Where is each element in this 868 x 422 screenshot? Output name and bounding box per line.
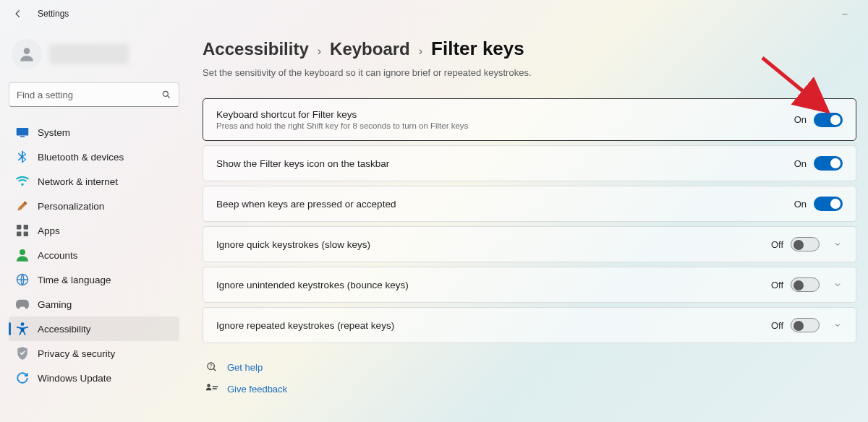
- page-subtitle: Set the sensitivity of the keyboard so i…: [203, 67, 856, 78]
- chevron-down-icon[interactable]: [833, 320, 843, 330]
- gaming-icon: [16, 298, 29, 311]
- sidebar-item-label: Gaming: [38, 299, 72, 310]
- setting-title: Ignore unintended keystrokes (bounce key…: [216, 280, 771, 290]
- toggle-state-label: Off: [771, 280, 783, 290]
- toggle-switch[interactable]: [791, 277, 820, 292]
- sidebar-item-label: Apps: [38, 225, 60, 236]
- setting-title: Beep when keys are pressed or accepted: [216, 199, 794, 210]
- sidebar-item-personalization[interactable]: Personalization: [9, 194, 179, 218]
- sidebar-item-accounts[interactable]: Accounts: [9, 243, 179, 267]
- sidebar-item-label: Accessibility: [38, 324, 91, 335]
- chevron-right-icon: ›: [419, 45, 422, 58]
- search-icon: [161, 90, 171, 100]
- svg-rect-3: [20, 136, 25, 137]
- breadcrumb-seg-1[interactable]: Keyboard: [330, 39, 410, 59]
- give-feedback-link[interactable]: Give feedback: [205, 378, 856, 400]
- apps-icon: [16, 224, 29, 237]
- setting-title: Keyboard shortcut for Filter keys: [216, 109, 794, 120]
- accounts-icon: [16, 249, 29, 262]
- toggle-state-label: On: [794, 158, 807, 169]
- svg-rect-6: [17, 232, 21, 236]
- sidebar-item-network[interactable]: Network & internet: [9, 169, 179, 194]
- setting-taskbar-icon[interactable]: Show the Filter keys icon on the taskbar…: [203, 145, 856, 181]
- breadcrumb-seg-0[interactable]: Accessibility: [203, 39, 309, 59]
- back-button[interactable]: [10, 6, 26, 22]
- setting-title: Show the Filter keys icon on the taskbar: [216, 158, 794, 169]
- sidebar-item-label: Accounts: [38, 250, 78, 261]
- breadcrumb-seg-2: Filter keys: [431, 38, 524, 60]
- setting-repeat-keys[interactable]: Ignore repeated keystrokes (repeat keys)…: [203, 307, 856, 343]
- sidebar-item-time-language[interactable]: Time & language: [9, 267, 179, 292]
- wifi-icon: [16, 175, 29, 188]
- svg-point-13: [207, 384, 210, 387]
- profile-name-blurred: [49, 44, 129, 64]
- svg-text:?: ?: [210, 363, 213, 369]
- toggle-state-label: On: [794, 199, 807, 210]
- minimize-button[interactable]: ─: [832, 10, 858, 18]
- setting-title: Ignore quick keystrokes (slow keys): [216, 239, 771, 250]
- toggle-switch[interactable]: [814, 113, 843, 127]
- toggle-switch[interactable]: [791, 318, 820, 332]
- related-links: ? Get help Give feedback: [203, 356, 856, 400]
- search-box[interactable]: [9, 82, 179, 107]
- toggle-switch[interactable]: [814, 197, 843, 211]
- accessibility-icon: [16, 322, 29, 335]
- setting-keyboard-shortcut[interactable]: Keyboard shortcut for Filter keys Press …: [203, 98, 856, 141]
- sidebar-item-label: Personalization: [38, 201, 104, 212]
- svg-rect-4: [17, 225, 21, 229]
- sidebar: System Bluetooth & devices Network & int…: [0, 27, 188, 407]
- setting-beep[interactable]: Beep when keys are pressed or accepted O…: [203, 186, 856, 222]
- sidebar-item-system[interactable]: System: [9, 120, 179, 145]
- setting-slow-keys[interactable]: Ignore quick keystrokes (slow keys) Off: [203, 226, 856, 262]
- profile-block[interactable]: [6, 33, 182, 82]
- sidebar-item-privacy[interactable]: Privacy & security: [9, 341, 179, 366]
- sidebar-item-gaming[interactable]: Gaming: [9, 292, 179, 316]
- update-icon: [16, 371, 29, 384]
- svg-rect-2: [17, 128, 29, 136]
- svg-point-0: [24, 48, 30, 54]
- chevron-down-icon[interactable]: [833, 280, 843, 290]
- sidebar-item-update[interactable]: Windows Update: [9, 366, 179, 390]
- setting-sub: Press and hold the right Shift key for 8…: [216, 121, 794, 130]
- time-language-icon: [16, 273, 29, 286]
- svg-point-1: [163, 91, 168, 96]
- sidebar-item-label: System: [38, 127, 70, 138]
- window-buttons: ─: [832, 10, 858, 18]
- help-icon: ?: [205, 361, 218, 374]
- sidebar-item-bluetooth[interactable]: Bluetooth & devices: [9, 145, 179, 169]
- nav-list: System Bluetooth & devices Network & int…: [6, 120, 182, 390]
- personalization-icon: [16, 199, 29, 212]
- setting-title: Ignore repeated keystrokes (repeat keys): [216, 320, 771, 331]
- setting-bounce-keys[interactable]: Ignore unintended keystrokes (bounce key…: [203, 267, 856, 303]
- svg-rect-7: [24, 232, 28, 236]
- sidebar-item-label: Time & language: [38, 275, 111, 285]
- search-input[interactable]: [17, 90, 161, 100]
- chevron-down-icon[interactable]: [833, 239, 843, 249]
- app-title: Settings: [38, 9, 69, 19]
- toggle-switch[interactable]: [791, 237, 820, 251]
- svg-point-8: [20, 249, 25, 255]
- get-help-link[interactable]: ? Get help: [205, 356, 856, 378]
- toggle-switch[interactable]: [814, 156, 843, 171]
- chevron-right-icon: ›: [318, 45, 321, 58]
- sidebar-item-label: Bluetooth & devices: [38, 152, 124, 163]
- svg-point-10: [21, 322, 25, 326]
- sidebar-item-accessibility[interactable]: Accessibility: [9, 316, 179, 341]
- breadcrumb: Accessibility › Keyboard › Filter keys: [203, 38, 856, 60]
- sidebar-item-label: Windows Update: [38, 373, 111, 384]
- toggle-state-label: On: [794, 114, 807, 125]
- sidebar-item-label: Privacy & security: [38, 348, 115, 359]
- toggle-state-label: Off: [771, 320, 783, 331]
- svg-rect-5: [24, 225, 28, 229]
- privacy-icon: [16, 347, 29, 360]
- sidebar-item-label: Network & internet: [38, 176, 118, 187]
- content-area: Accessibility › Keyboard › Filter keys S…: [188, 27, 868, 407]
- toggle-state-label: Off: [771, 239, 783, 250]
- system-icon: [16, 126, 29, 139]
- bluetooth-icon: [16, 150, 29, 163]
- avatar: [12, 39, 42, 69]
- feedback-icon: [205, 382, 218, 395]
- titlebar: Settings ─: [0, 0, 868, 27]
- sidebar-item-apps[interactable]: Apps: [9, 218, 179, 243]
